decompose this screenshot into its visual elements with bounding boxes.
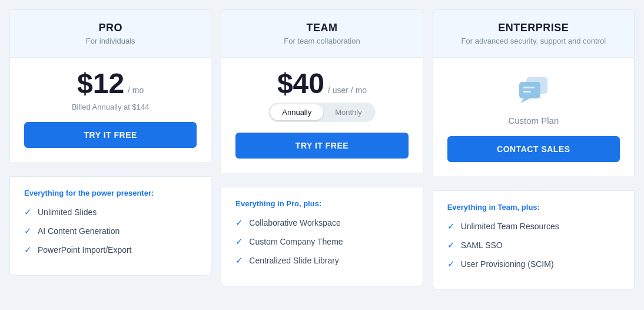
team-price-row: $40 / user / mo bbox=[235, 70, 408, 98]
enterprise-feature-3: ✓ User Provisioning (SCIM) bbox=[447, 259, 620, 269]
pro-plan-subtitle: For individuals bbox=[19, 37, 201, 45]
enterprise-plan-header: ENTERPRISE For advanced security, suppor… bbox=[433, 9, 635, 58]
team-price-amount: $40 bbox=[277, 70, 324, 98]
team-check-2: ✓ bbox=[235, 236, 243, 247]
billing-toggle[interactable]: Annually Monthly bbox=[268, 103, 375, 122]
pro-features-heading: Everything for the power presenter: bbox=[24, 189, 197, 197]
team-check-1: ✓ bbox=[235, 217, 243, 228]
team-features-heading: Everything in Pro, plus: bbox=[235, 199, 408, 208]
pro-feature-3: ✓ PowerPoint Import/Export bbox=[24, 245, 197, 255]
pro-check-3: ✓ bbox=[24, 245, 32, 255]
svg-rect-1 bbox=[519, 82, 540, 98]
team-plan-features: Everything in Pro, plus: ✓ Collaborative… bbox=[221, 187, 423, 286]
enterprise-plan-subtitle: For advanced security, support and contr… bbox=[443, 37, 625, 45]
team-plan-name: TEAM bbox=[231, 22, 413, 34]
pro-feature-text-2: AI Content Generation bbox=[38, 226, 119, 236]
pro-feature-2: ✓ AI Content Generation bbox=[24, 226, 197, 236]
pro-plan-name: PRO bbox=[19, 22, 201, 34]
team-feature-text-2: Custom Company Theme bbox=[249, 237, 343, 246]
pro-feature-text-3: PowerPoint Import/Export bbox=[38, 245, 132, 255]
pro-plan-pricing: $12 / mo Billed Annually at $144 TRY IT … bbox=[9, 58, 211, 162]
pro-feature-text-1: Unlimited Slides bbox=[38, 207, 97, 217]
enterprise-check-3: ✓ bbox=[447, 259, 455, 269]
pro-check-2: ✓ bbox=[24, 226, 32, 236]
enterprise-cta-button[interactable]: CONTACT SALES bbox=[447, 136, 620, 162]
team-price-unit: / user / mo bbox=[328, 85, 367, 95]
toggle-monthly[interactable]: Monthly bbox=[323, 104, 374, 120]
pricing-grid: PRO For individuals $12 / mo Billed Annu… bbox=[9, 9, 635, 290]
team-feature-text-3: Centralized Slide Library bbox=[249, 256, 339, 265]
team-check-3: ✓ bbox=[235, 255, 243, 266]
team-feature-text-1: Collaborative Workspace bbox=[249, 218, 340, 227]
team-plan-column: TEAM For team collaboration $40 / user /… bbox=[221, 9, 423, 290]
enterprise-check-2: ✓ bbox=[447, 240, 455, 250]
pro-plan-header: PRO For individuals bbox=[9, 9, 211, 58]
team-plan-header: TEAM For team collaboration bbox=[221, 9, 423, 58]
svg-rect-2 bbox=[523, 87, 535, 88]
enterprise-chat-icon bbox=[514, 71, 552, 109]
svg-rect-3 bbox=[523, 91, 531, 93]
pro-check-1: ✓ bbox=[24, 207, 32, 217]
team-feature-1: ✓ Collaborative Workspace bbox=[235, 217, 408, 228]
team-plan-subtitle: For team collaboration bbox=[231, 37, 413, 45]
enterprise-features-heading: Everything in Team, plus: bbox=[447, 203, 620, 212]
pro-billed-note: Billed Annually at $144 bbox=[24, 103, 197, 111]
enterprise-feature-text-3: User Provisioning (SCIM) bbox=[461, 259, 554, 269]
enterprise-plan-pricing: Custom Plan CONTACT SALES bbox=[433, 58, 635, 176]
pro-price-row: $12 / mo bbox=[24, 70, 197, 98]
toggle-annually[interactable]: Annually bbox=[270, 104, 323, 120]
pro-plan-column: PRO For individuals $12 / mo Billed Annu… bbox=[9, 9, 211, 290]
pro-price-unit: / mo bbox=[128, 85, 144, 95]
team-feature-2: ✓ Custom Company Theme bbox=[235, 236, 408, 247]
pro-feature-1: ✓ Unlimited Slides bbox=[24, 207, 197, 217]
pro-cta-button[interactable]: TRY IT FREE bbox=[24, 122, 197, 148]
enterprise-custom-plan-label: Custom Plan bbox=[447, 116, 620, 126]
team-cta-button[interactable]: TRY IT FREE bbox=[235, 133, 408, 159]
enterprise-icon-container bbox=[447, 70, 620, 111]
team-plan-pricing: $40 / user / mo Annually Monthly TRY IT … bbox=[221, 58, 423, 173]
enterprise-feature-text-2: SAML SSO bbox=[461, 240, 503, 250]
pro-plan-features: Everything for the power presenter: ✓ Un… bbox=[9, 176, 211, 276]
enterprise-plan-column: ENTERPRISE For advanced security, suppor… bbox=[433, 9, 635, 290]
enterprise-plan-name: ENTERPRISE bbox=[443, 22, 625, 34]
enterprise-feature-1: ✓ Unlimited Team Resources bbox=[447, 221, 620, 232]
pro-price-amount: $12 bbox=[77, 70, 124, 98]
enterprise-feature-text-1: Unlimited Team Resources bbox=[461, 222, 559, 231]
enterprise-check-1: ✓ bbox=[447, 221, 455, 232]
team-toggle-container: Annually Monthly bbox=[235, 103, 408, 122]
enterprise-feature-2: ✓ SAML SSO bbox=[447, 240, 620, 250]
team-feature-3: ✓ Centralized Slide Library bbox=[235, 255, 408, 266]
enterprise-plan-features: Everything in Team, plus: ✓ Unlimited Te… bbox=[433, 190, 635, 290]
